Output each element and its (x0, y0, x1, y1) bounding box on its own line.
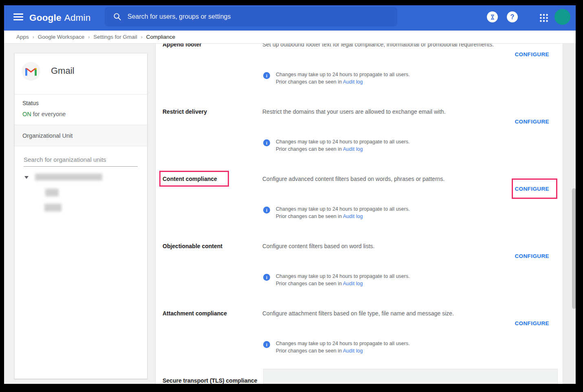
propagation-info-note: i Changes may take up to 24 hours to pro… (263, 206, 410, 220)
brand-google: Google (29, 13, 62, 23)
setting-description: Configure content filters based on word … (262, 242, 515, 250)
organizational-unit-label: Organizational Unit (22, 132, 73, 139)
info-icon: i (263, 72, 270, 79)
info-icon: i (263, 139, 270, 146)
propagation-info-note: i Changes may take up to 24 hours to pro… (263, 139, 410, 153)
propagation-info-note: i Changes may take up to 24 hours to pro… (263, 273, 410, 287)
service-name: Gmail (51, 66, 74, 76)
info-line2: Prior changes can be seen in (276, 348, 343, 354)
info-icon: i (263, 207, 270, 214)
search-input[interactable] (128, 13, 397, 20)
setting-label: Append footer (163, 44, 258, 48)
configure-button[interactable]: CONFIGURE (515, 253, 549, 259)
breadcrumb-separator: › (141, 34, 143, 40)
global-search[interactable] (105, 7, 397, 26)
audit-log-link[interactable]: Audit log (343, 79, 363, 85)
gmail-header: Gmail (15, 53, 147, 94)
audit-log-link[interactable]: Audit log (343, 146, 363, 152)
next-section-placeholder (263, 369, 558, 384)
breadcrumb-apps[interactable]: Apps (16, 34, 29, 40)
status-on: ON (22, 111, 31, 117)
setting-description: Configure advanced content filters based… (262, 175, 515, 183)
setting-row: Restrict delivery Restrict the domains t… (156, 108, 563, 175)
setting-description: Restrict the domains that your users are… (262, 108, 515, 116)
configure-button[interactable]: CONFIGURE (515, 320, 549, 326)
info-line1: Changes may take up to 24 hours to propa… (276, 139, 410, 145)
info-line2: Prior changes can be seen in (276, 146, 343, 152)
divider (15, 94, 147, 95)
breadcrumb: Apps › Google Workspace › Settings for G… (4, 31, 576, 44)
gmail-logo-icon (22, 62, 40, 81)
scrollbar-track[interactable] (563, 44, 576, 384)
search-icon (113, 12, 122, 21)
info-text: Changes may take up to 24 hours to propa… (276, 273, 410, 287)
propagation-info-note: i Changes may take up to 24 hours to pro… (263, 340, 410, 355)
menu-icon[interactable] (13, 13, 23, 22)
trial-hourglass-icon[interactable] (487, 11, 498, 22)
ou-child-item-redacted[interactable] (45, 189, 59, 196)
audit-log-link[interactable]: Audit log (343, 281, 363, 286)
apps-grid-icon[interactable] (539, 13, 549, 23)
setting-label: Attachment compliance (163, 309, 258, 317)
settings-panel: Append footer Set up outbound footer tex… (155, 44, 563, 384)
configure-button[interactable]: CONFIGURE (515, 119, 549, 125)
admin-console-window: Google Admin ? Apps (4, 5, 576, 384)
info-text: Changes may take up to 24 hours to propa… (276, 71, 410, 86)
setting-description: Set up outbound footer text for legal co… (262, 44, 515, 48)
organizational-unit-header: Organizational Unit (15, 125, 147, 146)
ou-tree-expand-icon[interactable] (24, 176, 29, 179)
breadcrumb-settings-for-gmail[interactable]: Settings for Gmail (93, 34, 137, 40)
breadcrumb-separator: › (88, 34, 90, 40)
setting-label: Restrict delivery (163, 108, 258, 116)
audit-log-link[interactable]: Audit log (343, 214, 363, 219)
info-line1: Changes may take up to 24 hours to propa… (276, 206, 410, 212)
setting-row: Attachment compliance Configure attachme… (156, 309, 563, 377)
app-title: Google Admin (29, 5, 90, 31)
status-rest: for everyone (31, 111, 66, 117)
setting-row: Append footer Set up outbound footer tex… (156, 44, 563, 108)
ou-root-item-redacted[interactable] (35, 174, 102, 181)
ou-search-input[interactable] (24, 154, 138, 166)
info-line2: Prior changes can be seen in (276, 79, 343, 85)
setting-description: Configure attachment filters based on fi… (262, 309, 515, 317)
info-line1: Changes may take up to 24 hours to propa… (276, 72, 410, 77)
info-text: Changes may take up to 24 hours to propa… (276, 340, 410, 355)
propagation-info-note: i Changes may take up to 24 hours to pro… (263, 71, 410, 86)
account-avatar[interactable] (554, 9, 570, 25)
ou-child-item-redacted[interactable] (44, 204, 62, 211)
breadcrumb-separator: › (33, 34, 34, 40)
info-text: Changes may take up to 24 hours to propa… (276, 206, 410, 220)
info-text: Changes may take up to 24 hours to propa… (276, 139, 410, 153)
status-label: Status (22, 100, 39, 106)
ou-search-field[interactable] (24, 154, 138, 167)
scrollbar-thumb[interactable] (572, 188, 576, 309)
info-line2: Prior changes can be seen in (276, 281, 343, 286)
setting-label: Objectionable content (163, 242, 258, 250)
info-icon: i (263, 341, 270, 348)
setting-label: Content compliance (163, 175, 258, 183)
setting-row: Content compliance Configure advanced co… (156, 175, 563, 242)
configure-button[interactable]: CONFIGURE (515, 186, 549, 192)
app-bar: Google Admin ? (4, 5, 576, 31)
setting-row: Secure transport (TLS) compliance i Chan… (156, 377, 563, 384)
status-value: ON for everyone (22, 111, 66, 117)
setting-label: Secure transport (TLS) compliance (163, 377, 258, 384)
info-line1: Changes may take up to 24 hours to propa… (276, 341, 410, 346)
configure-button[interactable]: CONFIGURE (515, 51, 549, 57)
brand-admin: Admin (64, 13, 91, 23)
setting-row: Objectionable content Configure content … (156, 242, 563, 309)
info-icon: i (263, 274, 270, 281)
info-line2: Prior changes can be seen in (276, 214, 343, 219)
breadcrumb-google-workspace[interactable]: Google Workspace (38, 34, 85, 40)
help-icon[interactable]: ? (507, 11, 518, 22)
info-line1: Changes may take up to 24 hours to propa… (276, 273, 410, 279)
breadcrumb-compliance: Compliance (146, 34, 175, 40)
audit-log-link[interactable]: Audit log (343, 348, 363, 354)
gmail-service-card: Gmail Status ON for everyone Organizatio… (14, 53, 147, 379)
